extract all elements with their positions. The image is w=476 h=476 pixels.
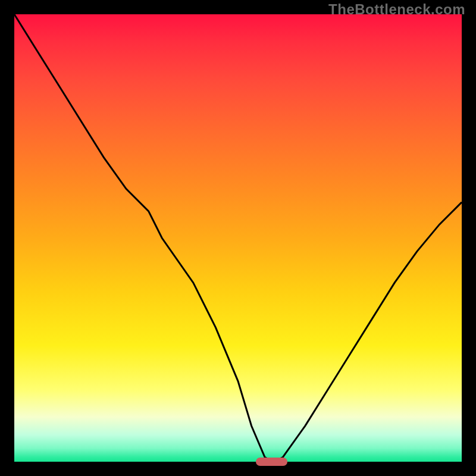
optimal-marker xyxy=(256,458,287,466)
plot-area xyxy=(14,14,462,462)
chart-frame: TheBottleneck.com xyxy=(0,0,476,476)
bottleneck-curve xyxy=(14,14,462,462)
curve-path xyxy=(14,14,462,462)
